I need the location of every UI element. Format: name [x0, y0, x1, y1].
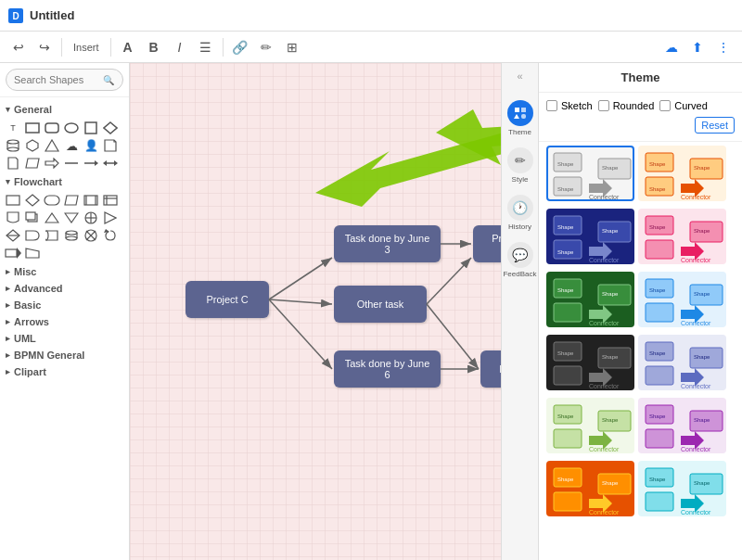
rounded-checkbox[interactable]	[598, 100, 609, 111]
node-progress[interactable]: Progress of the project	[473, 225, 501, 262]
theme-purple[interactable]: Shape Shape Connector	[638, 398, 726, 453]
svg-marker-14	[45, 159, 58, 168]
node-task-june6[interactable]: Task done by June 6	[334, 350, 441, 388]
theme-default[interactable]: Shape Shape Shape Connector	[546, 146, 634, 201]
theme-cyan[interactable]: Shape Shape Connector	[638, 461, 726, 516]
undo-button[interactable]: ↩	[7, 36, 30, 58]
svg-rect-23	[45, 196, 59, 205]
curved-checkbox[interactable]	[659, 100, 671, 111]
fc-terminator[interactable]	[43, 192, 61, 209]
side-icon-style[interactable]: ✏ Style	[507, 147, 533, 184]
fc-sort[interactable]	[4, 227, 22, 244]
shape-triangle[interactable]	[43, 137, 61, 154]
fc-document[interactable]	[4, 210, 22, 226]
shape-line[interactable]	[62, 155, 81, 172]
shape-cylinder[interactable]	[4, 137, 22, 154]
more-button[interactable]: ⋮	[712, 36, 735, 58]
shape-text[interactable]: T	[4, 120, 22, 136]
fc-decision[interactable]	[23, 192, 42, 209]
format-button[interactable]: ✏	[255, 36, 277, 58]
theme-light-blue[interactable]: Shape Shape Connector	[638, 272, 726, 327]
group-uml[interactable]: UML	[0, 330, 129, 347]
shape-cloud[interactable]: ☁	[62, 137, 81, 154]
shape-parallelogram[interactable]	[23, 155, 42, 172]
node-project-c[interactable]: Project C	[186, 281, 269, 318]
shape-ellipse[interactable]	[62, 120, 81, 136]
group-general[interactable]: General	[0, 101, 129, 118]
fc-multi-doc[interactable]	[23, 210, 42, 226]
node-progress2[interactable]: Froggress	[480, 350, 501, 388]
group-misc[interactable]: Misc	[0, 263, 129, 280]
table-button[interactable]: ⊞	[281, 36, 303, 58]
theme-indigo[interactable]: Shape Shape Connector	[638, 335, 726, 390]
search-input[interactable]	[6, 69, 123, 91]
shape-square[interactable]	[82, 120, 100, 136]
side-icon-feedback[interactable]: 💬 FeedBack	[503, 242, 536, 278]
list-button[interactable]: ☰	[195, 36, 217, 58]
fc-internal-storage[interactable]	[101, 192, 120, 209]
shape-rect[interactable]	[23, 120, 42, 136]
fc-process[interactable]	[4, 192, 22, 209]
node-other-task[interactable]: Other task	[334, 286, 427, 323]
side-icon-theme[interactable]: Theme	[507, 100, 533, 136]
redo-button[interactable]: ↪	[33, 36, 56, 58]
node-task-june3[interactable]: Task done by June 3	[334, 225, 441, 262]
theme-dark-green[interactable]: Shape Shape Connector	[546, 272, 634, 327]
shape-dbl-arrow[interactable]	[101, 155, 120, 172]
fc-merge[interactable]	[62, 210, 81, 226]
curved-option[interactable]: Curved	[659, 100, 707, 111]
group-advanced[interactable]: Advanced	[0, 280, 129, 297]
fc-data[interactable]	[62, 192, 81, 209]
group-bpmn[interactable]: BPMN General	[0, 347, 129, 363]
fc-loop[interactable]	[101, 227, 120, 244]
save-cloud-button[interactable]: ☁	[660, 36, 683, 58]
theme-pink[interactable]: Shape Shape Connector	[638, 209, 726, 264]
theme-dark-blue[interactable]: Shape Shape Shape Connector	[546, 209, 634, 264]
group-arrows[interactable]: Arrows	[0, 313, 129, 330]
shape-doc[interactable]	[4, 155, 22, 172]
sketch-checkbox[interactable]	[546, 100, 557, 111]
fc-cross[interactable]	[82, 227, 100, 244]
theme-orange[interactable]: Shape Shape Shape Connector	[638, 146, 726, 201]
svg-text:Shape: Shape	[557, 287, 574, 293]
svg-rect-146	[646, 492, 673, 511]
group-clipart[interactable]: Clipart	[0, 363, 129, 380]
theme-dark-inner: Shape Shape Connector	[548, 337, 633, 388]
group-basic[interactable]: Basic	[0, 297, 129, 313]
svg-point-7	[7, 140, 19, 144]
shape-note[interactable]	[101, 137, 120, 154]
shape-diamond[interactable]	[101, 120, 120, 136]
reset-button[interactable]: Reset	[695, 117, 735, 134]
theme-orange-dark[interactable]: Shape Shape Connector	[546, 461, 634, 516]
svg-text:Shape: Shape	[649, 186, 666, 192]
rounded-option[interactable]: Rounded	[598, 100, 655, 111]
collapse-sidebar-btn[interactable]: «	[517, 70, 522, 82]
fc-or[interactable]	[82, 210, 100, 226]
shape-arrow-right[interactable]	[43, 155, 61, 172]
insert-button[interactable]: Insert	[68, 36, 105, 58]
bold-button[interactable]: B	[143, 36, 165, 58]
shape-actor[interactable]: 👤	[82, 137, 100, 154]
shape-arrow[interactable]	[82, 155, 100, 172]
theme-cyan-inner: Shape Shape Connector	[640, 463, 724, 515]
shape-rounded-rect[interactable]	[43, 120, 61, 136]
side-icon-history[interactable]: 🕐 History	[507, 195, 533, 231]
shape-hexagon[interactable]	[23, 137, 42, 154]
canvas-area[interactable]: Project C Task done by June 3 Progress o…	[130, 63, 501, 560]
share-button[interactable]: ⬆	[686, 36, 709, 58]
fc-predefined[interactable]	[82, 192, 100, 209]
fc-rect-arrow[interactable]	[4, 245, 22, 261]
fc-extract[interactable]	[43, 210, 61, 226]
theme-green-light[interactable]: Shape Shape Connector	[546, 398, 634, 453]
text-button[interactable]: A	[117, 36, 139, 58]
italic-button[interactable]: I	[169, 36, 191, 58]
sketch-option[interactable]: Sketch	[546, 100, 593, 111]
link-button[interactable]: 🔗	[229, 36, 251, 58]
fc-delay[interactable]	[23, 227, 42, 244]
theme-dark[interactable]: Shape Shape Connector	[546, 335, 634, 390]
fc-db[interactable]	[62, 227, 81, 244]
fc-collate[interactable]	[101, 210, 120, 226]
fc-store[interactable]	[43, 227, 61, 244]
fc-manual[interactable]	[23, 245, 42, 261]
group-flowchart[interactable]: Flowchart	[0, 173, 129, 190]
